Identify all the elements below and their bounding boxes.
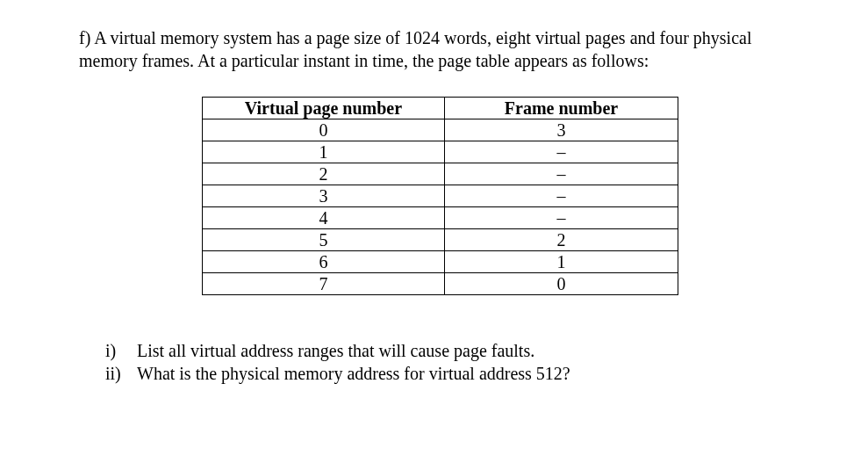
question-marker: ii)	[105, 362, 137, 385]
vpn-cell: 3	[203, 185, 445, 207]
question-item: ii) What is the physical memory address …	[105, 362, 789, 385]
frame-cell: –	[445, 163, 678, 185]
frame-cell: 3	[445, 119, 678, 141]
table-row: 4 –	[203, 207, 678, 229]
table-row: 2 –	[203, 163, 678, 185]
vpn-cell: 2	[203, 163, 445, 185]
problem-text: f) A virtual memory system has a page si…	[79, 28, 751, 70]
vpn-cell: 1	[203, 141, 445, 163]
table-row: 6 1	[203, 251, 678, 273]
header-virtual-page: Virtual page number	[203, 98, 445, 119]
vpn-cell: 5	[203, 229, 445, 251]
frame-cell: –	[445, 207, 678, 229]
question-text: List all virtual address ranges that wil…	[137, 339, 789, 362]
header-frame-number: Frame number	[445, 98, 678, 119]
frame-cell: –	[445, 141, 678, 163]
question-marker: i)	[105, 339, 137, 362]
table-row: 3 –	[203, 185, 678, 207]
question-text: What is the physical memory address for …	[137, 362, 789, 385]
vpn-cell: 0	[203, 119, 445, 141]
questions-list: i) List all virtual address ranges that …	[105, 339, 789, 385]
problem-statement: f) A virtual memory system has a page si…	[79, 26, 789, 72]
page-table: Virtual page number Frame number 0 3 1 –…	[202, 97, 678, 295]
vpn-cell: 6	[203, 251, 445, 273]
vpn-cell: 4	[203, 207, 445, 229]
table-header-row: Virtual page number Frame number	[203, 98, 678, 119]
table-row: 5 2	[203, 229, 678, 251]
table-row: 1 –	[203, 141, 678, 163]
question-item: i) List all virtual address ranges that …	[105, 339, 789, 362]
frame-cell: 1	[445, 251, 678, 273]
vpn-cell: 7	[203, 273, 445, 295]
frame-cell: 0	[445, 273, 678, 295]
table-row: 7 0	[203, 273, 678, 295]
table-row: 0 3	[203, 119, 678, 141]
frame-cell: –	[445, 185, 678, 207]
frame-cell: 2	[445, 229, 678, 251]
